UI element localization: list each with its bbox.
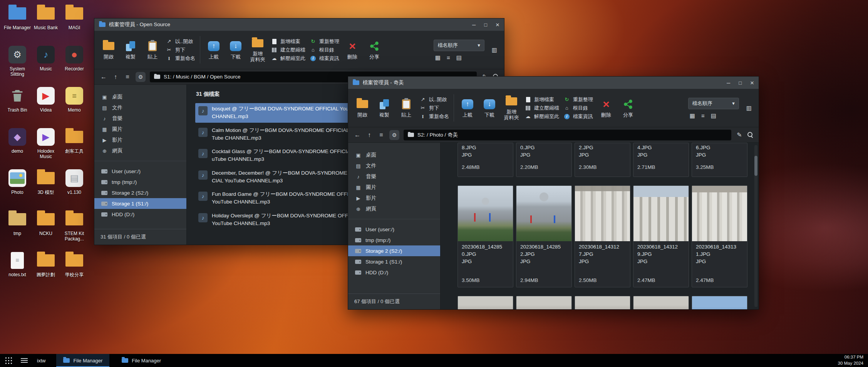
- detail-view-button[interactable]: ▤: [456, 55, 462, 60]
- file-row[interactable]: ♪Holiday Overslept @ フリーBGM DOVA-SYNDROM…: [195, 210, 365, 230]
- file-info-button[interactable]: i檔案資訊: [563, 113, 593, 120]
- desktop-icon-file-manager[interactable]: File Manager: [3, 3, 32, 44]
- search-button[interactable]: [747, 132, 753, 138]
- taskbar-menu-button[interactable]: [17, 354, 32, 367]
- desktop-icon-recorder[interactable]: ●Recorder: [60, 44, 89, 85]
- sidebar-drive-storage2[interactable]: Storage 2 (S2:/): [348, 245, 440, 256]
- sidebar-item-music[interactable]: ♪音樂: [94, 113, 186, 124]
- open-with-button[interactable]: ↗以..開啟: [419, 96, 449, 103]
- delete-button[interactable]: ×刪除: [596, 98, 617, 118]
- desktop-icon-photo[interactable]: Photo: [3, 168, 32, 209]
- sidebar-drive-storage2[interactable]: Storage 2 (S2:/): [94, 187, 186, 198]
- photo-card[interactable]: 0.JPGJPG2.20MB: [516, 143, 572, 177]
- photo-card[interactable]: 20230618_143129.JPGJPG2.47MB: [633, 185, 689, 287]
- upload-button[interactable]: ↑上載: [457, 98, 478, 118]
- file-row[interactable]: ♪December, December! @ フリーBGM DOVA-SYNDR…: [195, 167, 365, 187]
- grid-view-button[interactable]: ▦: [690, 113, 695, 118]
- menu-button[interactable]: ≡: [124, 74, 131, 80]
- desktop-icon-v1130[interactable]: ▤v1.130: [60, 168, 89, 209]
- sidebar-item-pictures[interactable]: ▦圖片: [348, 182, 440, 193]
- upload-button[interactable]: ↑上載: [203, 40, 224, 60]
- back-button[interactable]: ←: [354, 132, 361, 138]
- desktop-icon-ncku[interactable]: NCKU: [32, 209, 60, 250]
- photo-card[interactable]: [692, 296, 747, 309]
- photo-card[interactable]: [516, 296, 572, 309]
- photo-card[interactable]: 8.JPGJPG2.48MB: [457, 143, 513, 177]
- close-button[interactable]: ×: [750, 80, 754, 86]
- delete-button[interactable]: ×刪除: [342, 40, 363, 60]
- sidebar-drive-user[interactable]: User (user:/): [94, 166, 186, 177]
- desktop-icon-3d-models[interactable]: 3D 模型: [32, 168, 60, 209]
- taskbar-task-file-manager-2[interactable]: File Manager: [115, 354, 168, 367]
- photo-card[interactable]: 4.JPGJPG2.71MB: [633, 143, 689, 177]
- new-file-button[interactable]: 新增檔案: [271, 38, 305, 45]
- edit-path-button[interactable]: ✎: [736, 132, 743, 138]
- clock[interactable]: 06:37 PM 30 May 2024: [838, 354, 868, 366]
- cut-button[interactable]: ✂剪下: [166, 47, 195, 53]
- minimize-button[interactable]: ─: [727, 80, 730, 85]
- refresh-button[interactable]: ↻重新整理: [310, 38, 339, 45]
- maximize-button[interactable]: □: [484, 22, 487, 27]
- share-button[interactable]: 分享: [364, 40, 385, 60]
- titlebar[interactable]: 檔案管理員 - 奇美 ─ □ ×: [348, 77, 759, 89]
- new-folder-button[interactable]: 新增資料夾: [247, 37, 268, 63]
- photo-card[interactable]: 20230618_143131.JPGJPG2.47MB: [692, 185, 747, 287]
- desktop-icon-trash-bin[interactable]: Trash Bin: [3, 85, 32, 127]
- desktop-icon-music-bank[interactable]: Music Bank: [32, 3, 60, 44]
- sidebar-item-videos[interactable]: ▶影片: [94, 135, 186, 145]
- rename-button[interactable]: I重新命名: [166, 55, 195, 62]
- desktop-icon-dream-plan[interactable]: 圓夢計劃: [32, 250, 60, 291]
- sidebar-item-music[interactable]: ♪音樂: [348, 171, 440, 182]
- sidebar-drive-user[interactable]: User (user:/): [348, 224, 440, 235]
- grid-view-button[interactable]: ▦: [435, 55, 441, 60]
- desktop-icon-notes-txt[interactable]: ≡notes.txt: [3, 250, 32, 291]
- sidebar-drive-storage1[interactable]: Storage 1 (S1:/): [348, 256, 440, 267]
- rename-button[interactable]: I重新命名: [419, 113, 449, 120]
- sidebar-item-web[interactable]: ⊕網頁: [348, 204, 440, 214]
- photo-card[interactable]: [633, 296, 689, 309]
- column-view-button[interactable]: ▥: [492, 47, 497, 53]
- desktop-icon-magi[interactable]: MAGI: [60, 3, 89, 44]
- file-info-button[interactable]: i檔案資訊: [310, 55, 339, 62]
- open-with-button[interactable]: ↗以..開啟: [166, 38, 195, 45]
- scrollbar-thumb[interactable]: [754, 156, 757, 176]
- desktop-icon-memo[interactable]: ≡Memo: [60, 85, 89, 127]
- photo-card[interactable]: 20230618_143127.JPGJPG2.50MB: [575, 185, 630, 287]
- photo-card[interactable]: 6.JPGJPG3.25MB: [692, 143, 747, 177]
- copy-button[interactable]: 複製: [374, 98, 395, 118]
- desktop-icon-music[interactable]: ♪Music: [32, 44, 60, 85]
- sidebar-item-web[interactable]: ⊕網頁: [94, 145, 186, 156]
- menu-button[interactable]: ≡: [377, 132, 385, 138]
- minimize-button[interactable]: ─: [472, 22, 476, 27]
- breadcrumb[interactable]: S2: / Photo / 奇美: [404, 130, 731, 140]
- copy-button[interactable]: 複製: [120, 40, 141, 60]
- photo-card[interactable]: [575, 296, 630, 309]
- open-button[interactable]: 開啟: [352, 98, 373, 118]
- detail-view-button[interactable]: ▤: [711, 113, 716, 118]
- settings-button[interactable]: ⚙: [136, 72, 146, 82]
- list-view-button[interactable]: ≡: [701, 113, 705, 118]
- download-button[interactable]: ↓下載: [225, 40, 246, 60]
- sidebar-drive-tmp[interactable]: tmp (tmp:/): [348, 235, 440, 245]
- list-view-button[interactable]: ≡: [447, 55, 450, 60]
- sort-order-dropdown[interactable]: 檔名順序▾: [434, 40, 484, 51]
- open-button[interactable]: 開啟: [98, 40, 119, 60]
- close-button[interactable]: ×: [496, 22, 499, 28]
- titlebar[interactable]: 檔案管理員 - Open Source ─ □ ×: [94, 18, 504, 31]
- photo-card[interactable]: 20230618_142852.JPGJPG2.94MB: [516, 185, 572, 287]
- file-row[interactable]: ♪Cocktail Glass @ フリーBGM DOVA-SYNDROME O…: [195, 146, 365, 165]
- extract-here-button[interactable]: ☁解壓縮至此: [271, 55, 305, 62]
- paste-button[interactable]: 貼上: [142, 40, 163, 60]
- root-button[interactable]: ⌂根目錄: [563, 105, 593, 112]
- desktop-icon-stem-kit[interactable]: STEM Kit Packag...: [60, 209, 89, 250]
- desktop-icon-tmp[interactable]: tmp: [3, 209, 32, 250]
- taskbar-task-file-manager-1[interactable]: File Manager: [56, 354, 109, 367]
- paste-button[interactable]: 貼上: [396, 98, 417, 118]
- sidebar-drive-hdd[interactable]: HDD (D:/): [94, 209, 186, 220]
- desktop-icon-system-slitting[interactable]: ⚙System Slitting: [3, 44, 32, 85]
- new-file-button[interactable]: 新增檔案: [524, 96, 559, 103]
- create-archive-button[interactable]: 建立壓縮檔: [524, 105, 559, 112]
- app-launcher-button[interactable]: [0, 354, 17, 367]
- desktop-icon-school-share[interactable]: 學校分享: [60, 250, 89, 291]
- root-button[interactable]: ⌂根目錄: [310, 47, 339, 53]
